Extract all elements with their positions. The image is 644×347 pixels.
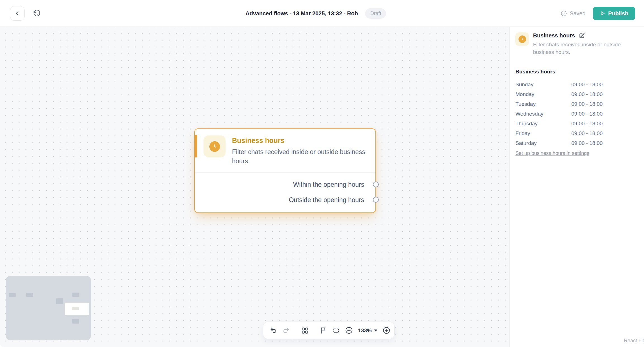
day-label: Saturday bbox=[515, 140, 537, 146]
plus-circle-icon bbox=[382, 326, 390, 334]
business-hours-row: Wednesday 09:00 - 18:00 bbox=[515, 109, 603, 119]
undo-button[interactable] bbox=[269, 326, 278, 335]
business-hours-row: Monday 09:00 - 18:00 bbox=[515, 89, 603, 99]
node-texts: Business hours Filter chats received ins… bbox=[232, 135, 368, 172]
business-hours-row: Sunday 09:00 - 18:00 bbox=[515, 80, 603, 89]
minus-circle-icon bbox=[345, 326, 353, 334]
flow-canvas[interactable]: Business hours Filter chats received ins… bbox=[0, 27, 509, 347]
business-hours-row: Saturday 09:00 - 18:00 bbox=[515, 138, 603, 148]
time-range: 09:00 - 18:00 bbox=[571, 140, 603, 146]
business-hours-row: Friday 09:00 - 18:00 bbox=[515, 128, 603, 138]
topbar-actions: Saved Publish bbox=[560, 0, 635, 27]
back-button[interactable] bbox=[10, 6, 25, 21]
time-range: 09:00 - 18:00 bbox=[571, 82, 603, 88]
business-hours-row: Thursday 09:00 - 18:00 bbox=[515, 119, 603, 128]
panel-header: Business hours Filter chats received ins… bbox=[510, 27, 644, 64]
play-icon bbox=[600, 11, 605, 16]
time-range: 09:00 - 18:00 bbox=[571, 91, 603, 97]
minimap-node-selected bbox=[72, 307, 79, 310]
output-row-outside: Outside the opening hours bbox=[195, 192, 364, 208]
edit-pencil-icon bbox=[579, 32, 585, 39]
auto-layout-button[interactable] bbox=[300, 326, 310, 335]
status-badge: Draft bbox=[365, 8, 386, 19]
top-bar: Advanced flows - 13 Mar 2025, 13:32 - Ro… bbox=[0, 0, 644, 27]
minimap-node bbox=[26, 293, 33, 297]
publish-button[interactable]: Publish bbox=[593, 7, 635, 20]
start-point-button[interactable] bbox=[319, 326, 328, 335]
flag-icon bbox=[320, 327, 327, 334]
day-label: Thursday bbox=[515, 121, 538, 127]
business-hours-section: Business hours Sunday 09:00 - 18:00 Mond… bbox=[510, 64, 644, 156]
node-outputs: Within the opening hours Outside the ope… bbox=[195, 173, 375, 208]
node-title: Business hours bbox=[232, 137, 368, 145]
time-range: 09:00 - 18:00 bbox=[571, 130, 603, 137]
panel-title: Business hours bbox=[533, 32, 575, 39]
node-settings-panel: Business hours Filter chats received ins… bbox=[509, 27, 644, 347]
flow-builder-app: Advanced flows - 13 Mar 2025, 13:32 - Ro… bbox=[0, 0, 644, 347]
clock-icon bbox=[518, 35, 526, 43]
zoom-out-button[interactable] bbox=[344, 325, 354, 336]
business-hours-list: Sunday 09:00 - 18:00 Monday 09:00 - 18:0… bbox=[515, 80, 603, 148]
zoom-level-value: 133% bbox=[358, 327, 372, 334]
fit-view-button[interactable] bbox=[331, 326, 341, 335]
canvas-toolbar: 133% bbox=[263, 322, 395, 339]
time-range: 09:00 - 18:00 bbox=[571, 101, 603, 107]
zoom-level-dropdown[interactable]: 133% bbox=[357, 326, 378, 335]
minimap[interactable] bbox=[6, 276, 91, 340]
selection-icon bbox=[332, 327, 340, 334]
redo-button[interactable] bbox=[281, 326, 291, 335]
check-circle-icon bbox=[560, 10, 567, 17]
grid-layout-icon bbox=[301, 327, 309, 334]
output-handle-outside[interactable] bbox=[373, 197, 379, 203]
panel-description: Filter chats received inside or outside … bbox=[533, 41, 636, 56]
clock-icon bbox=[209, 141, 220, 152]
zoom-in-button[interactable] bbox=[381, 325, 392, 336]
day-label: Monday bbox=[515, 91, 534, 97]
redo-icon bbox=[282, 327, 290, 334]
title-group: Advanced flows - 13 Mar 2025, 13:32 - Ro… bbox=[245, 0, 386, 27]
node-header: Business hours Filter chats received ins… bbox=[195, 129, 375, 172]
minimap-node bbox=[72, 293, 79, 297]
caret-down-icon bbox=[374, 329, 377, 332]
chevron-left-icon bbox=[14, 10, 21, 17]
react-flow-attribution[interactable]: React Flow bbox=[624, 338, 644, 344]
time-range: 09:00 - 18:00 bbox=[571, 121, 603, 127]
saved-status: Saved bbox=[560, 10, 586, 17]
day-label: Wednesday bbox=[515, 111, 543, 117]
section-heading: Business hours bbox=[515, 69, 603, 75]
day-label: Friday bbox=[515, 130, 530, 137]
day-label: Sunday bbox=[515, 82, 533, 88]
settings-link[interactable]: Set up business hours in settings bbox=[515, 150, 589, 156]
minimap-node bbox=[72, 319, 79, 324]
minimap-node bbox=[56, 298, 63, 304]
publish-label: Publish bbox=[608, 10, 628, 17]
flow-title: Advanced flows - 13 Mar 2025, 13:32 - Ro… bbox=[245, 10, 358, 17]
business-hours-node[interactable]: Business hours Filter chats received ins… bbox=[194, 128, 376, 213]
node-description: Filter chats received inside or outside … bbox=[232, 147, 368, 166]
business-hours-row: Tuesday 09:00 - 18:00 bbox=[515, 99, 603, 109]
edit-name-button[interactable] bbox=[579, 32, 585, 39]
output-handle-within[interactable] bbox=[373, 181, 379, 187]
minimap-node bbox=[9, 293, 16, 297]
time-range: 09:00 - 18:00 bbox=[571, 111, 603, 117]
undo-icon bbox=[270, 327, 277, 334]
output-row-within: Within the opening hours bbox=[195, 177, 364, 192]
version-history-button[interactable] bbox=[31, 8, 43, 20]
history-icon bbox=[33, 10, 41, 18]
saved-label: Saved bbox=[570, 10, 586, 17]
day-label: Tuesday bbox=[515, 101, 536, 107]
node-icon-box bbox=[203, 135, 226, 157]
panel-icon-box bbox=[515, 32, 529, 46]
